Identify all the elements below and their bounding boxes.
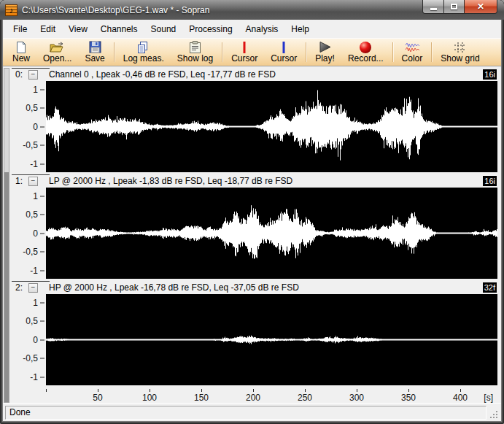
channel-title: HP @ 2000 Hz , Lpeak -16,78 dB re FSD, L…: [46, 282, 483, 293]
menu-sound[interactable]: Sound: [144, 21, 183, 37]
y-tick-mark: [40, 302, 44, 303]
channel-header: 1:−LP @ 2000 Hz , Lpeak -1,83 dB re FSD,…: [9, 174, 497, 188]
y-tick-mark: [40, 358, 44, 359]
waveform-canvas[interactable]: [46, 81, 497, 172]
app-icon: ♪: [5, 4, 18, 16]
toolbar-button-label: Cursor: [271, 54, 297, 63]
x-tick-mark: [46, 389, 47, 392]
scrollbar-thumb[interactable]: [4, 172, 9, 402]
toolbar-button-show-log[interactable]: Show log: [171, 39, 220, 65]
y-tick-label: 1: [33, 298, 38, 308]
toolbar-button-label: Cursor: [231, 54, 257, 63]
x-tick-mark: [460, 389, 461, 392]
menu-processing[interactable]: Processing: [182, 21, 239, 37]
y-tick-mark: [40, 89, 44, 90]
x-tick-label: 150: [194, 393, 209, 403]
toolbar-button-cursor-blue[interactable]: Cursor: [264, 39, 303, 65]
toolbar-separator: [222, 42, 222, 62]
toolbar-separator: [306, 42, 306, 62]
status-text: Done: [9, 407, 31, 417]
close-icon: ✕: [477, 0, 484, 13]
channel-index: 1:: [15, 176, 23, 186]
y-axis: 10,50-0,5-1: [9, 81, 46, 172]
channels-list: 0:−Channel 0 , Lpeak -0,46 dB re FSD, Le…: [9, 68, 501, 403]
toolbar-button-save[interactable]: Save: [78, 39, 111, 65]
channel-plot: 10,50-0,5-1: [9, 188, 497, 279]
menu-analysis[interactable]: Analysis: [239, 21, 285, 37]
minimize-icon: [430, 8, 437, 10]
x-tick-label: 200: [246, 393, 260, 403]
y-tick-label: 0: [33, 335, 38, 345]
time-axis: 50100150200250300350400[s]: [9, 388, 497, 403]
x-axis-unit: [s]: [484, 393, 493, 403]
x-tick-label: 100: [142, 393, 157, 403]
y-tick-label: 0,5: [26, 316, 38, 326]
format-badge: 32f: [483, 282, 497, 293]
cursor-blue-icon: [282, 40, 286, 54]
app-window: ♪ C:\Users\Svante\Desktop\GEG-1.wav * - …: [0, 0, 504, 424]
x-tick-label: 300: [349, 393, 364, 403]
toolbar-button-label: New: [12, 54, 30, 63]
client-area: FileEditViewChannelsSoundProcessingAnaly…: [3, 20, 501, 421]
toolbar-button-label: Log meas.: [123, 54, 164, 63]
waveform-canvas[interactable]: [46, 294, 497, 385]
toolbar-button-new[interactable]: New: [6, 39, 36, 65]
titlebar[interactable]: ♪ C:\Users\Svante\Desktop\GEG-1.wav * - …: [0, 0, 504, 20]
collapse-button[interactable]: −: [28, 177, 38, 186]
new-file-icon: [15, 40, 27, 54]
y-tick-mark: [40, 252, 44, 253]
toolbar: NewOpen...SaveLog meas.Show logCursorCur…: [3, 38, 501, 66]
minimize-button[interactable]: [422, 0, 443, 14]
toolbar-separator: [114, 42, 115, 62]
menu-edit[interactable]: Edit: [34, 21, 62, 37]
channel-scrollbar[interactable]: [4, 68, 9, 403]
toolbar-button-open[interactable]: Open...: [36, 39, 78, 65]
y-tick-label: -1: [30, 159, 38, 169]
x-tick-mark: [201, 389, 202, 392]
y-tick-label: -0,5: [23, 140, 38, 150]
collapse-button[interactable]: −: [28, 283, 38, 293]
collapse-button[interactable]: −: [28, 70, 38, 80]
toolbar-button-record[interactable]: Record...: [341, 39, 390, 65]
y-axis: 10,50-0,5-1: [9, 294, 46, 385]
channel-block: 2:−HP @ 2000 Hz , Lpeak -16,78 dB re FSD…: [9, 281, 497, 385]
menu-help[interactable]: Help: [284, 21, 316, 37]
resize-grip[interactable]: [489, 409, 499, 420]
status-field: Done: [5, 406, 486, 420]
waveform-canvas[interactable]: [46, 188, 497, 279]
toolbar-button-show-grid[interactable]: Show grid: [434, 39, 486, 65]
x-tick-label: 400: [453, 393, 468, 403]
format-badge: 16i: [483, 176, 497, 186]
x-tick-mark: [253, 389, 254, 392]
color-waves-icon: [404, 40, 420, 54]
format-badge: 16i: [483, 69, 497, 80]
maximize-button[interactable]: [443, 0, 465, 14]
y-tick-label: -0,5: [23, 353, 38, 363]
log-copy-icon: [137, 40, 150, 54]
window-controls: ✕: [422, 0, 497, 14]
toolbar-button-label: Record...: [348, 54, 384, 63]
toolbar-button-color[interactable]: Color: [395, 39, 430, 65]
toolbar-button-cursor-red[interactable]: Cursor: [225, 39, 264, 65]
toolbar-button-play[interactable]: Play!: [309, 39, 341, 65]
x-tick-mark: [98, 389, 98, 392]
cursor-red-icon: [242, 40, 247, 54]
y-tick-mark: [40, 233, 44, 234]
maximize-icon: [451, 4, 457, 9]
y-tick-label: 1: [33, 191, 38, 201]
open-folder-icon: [50, 40, 65, 54]
channel-title: LP @ 2000 Hz , Lpeak -1,83 dB re FSD, Le…: [46, 176, 483, 186]
menu-file[interactable]: File: [7, 21, 34, 37]
status-bar: Done: [3, 403, 501, 421]
y-tick-label: -1: [30, 266, 38, 276]
toolbar-button-label: Color: [402, 54, 423, 63]
channel-block: 1:−LP @ 2000 Hz , Lpeak -1,83 dB re FSD,…: [9, 174, 497, 279]
channel-plot: 10,50-0,5-1: [9, 81, 497, 172]
channel-header: 0:−Channel 0 , Lpeak -0,46 dB re FSD, Le…: [9, 68, 497, 81]
y-tick-mark: [40, 339, 44, 340]
y-tick-mark: [40, 215, 44, 215]
close-button[interactable]: ✕: [465, 0, 497, 14]
menu-view[interactable]: View: [62, 21, 94, 37]
menu-channels[interactable]: Channels: [94, 21, 144, 37]
toolbar-button-log-meas[interactable]: Log meas.: [117, 39, 171, 65]
